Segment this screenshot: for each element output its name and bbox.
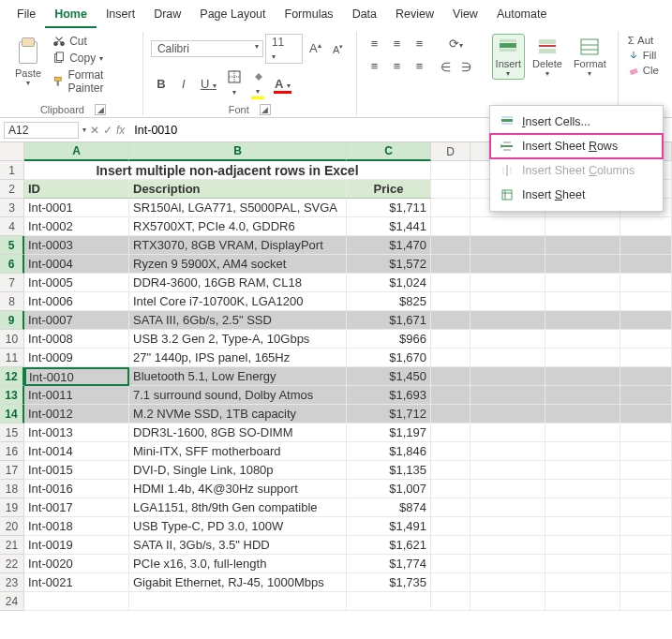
empty-cell[interactable] xyxy=(620,461,672,480)
cell-desc[interactable]: USB 3.2 Gen 2, Type-A, 10Gbps xyxy=(129,330,347,349)
row-header-15[interactable]: 15 xyxy=(0,424,24,442)
tab-view[interactable]: View xyxy=(443,4,487,28)
cell-price[interactable]: $1,712 xyxy=(347,405,431,424)
cell-id[interactable]: Int-0002 xyxy=(24,217,129,236)
font-name-select[interactable]: Calibri ▾ xyxy=(151,40,263,57)
empty-cell[interactable] xyxy=(620,217,672,236)
empty-cell[interactable] xyxy=(431,555,470,573)
name-box-dropdown[interactable]: ▾ xyxy=(82,126,86,134)
cell-price[interactable]: $1,711 xyxy=(347,199,431,217)
borders-button[interactable]: ▾ xyxy=(223,67,246,100)
empty-cell[interactable] xyxy=(545,424,620,442)
row-header-16[interactable]: 16 xyxy=(0,442,24,461)
row-header-18[interactable]: 18 xyxy=(0,480,24,498)
row-header-22[interactable]: 22 xyxy=(0,555,24,573)
empty-cell[interactable] xyxy=(620,555,672,573)
accept-formula-icon[interactable]: ✓ xyxy=(103,124,112,137)
empty-cell[interactable] xyxy=(431,367,470,386)
cell-price[interactable]: $1,671 xyxy=(347,311,431,330)
row-header-11[interactable]: 11 xyxy=(0,349,24,367)
empty-cell[interactable] xyxy=(620,236,672,255)
cell-desc[interactable] xyxy=(129,592,347,611)
tab-file[interactable]: File xyxy=(7,4,45,28)
tab-formulas[interactable]: Formulas xyxy=(276,4,343,28)
cell-id[interactable]: Int-0007 xyxy=(24,311,129,330)
tab-data[interactable]: Data xyxy=(343,4,386,28)
empty-cell[interactable] xyxy=(431,405,470,424)
empty-cell[interactable] xyxy=(545,311,620,330)
cell-price[interactable]: $1,491 xyxy=(347,517,431,536)
increase-font-button[interactable]: A▴ xyxy=(305,38,326,58)
empty-cell[interactable] xyxy=(431,292,470,311)
empty-cell[interactable] xyxy=(620,573,672,592)
empty-cell[interactable] xyxy=(470,592,545,611)
empty-cell[interactable] xyxy=(431,217,470,236)
cell-id[interactable]: Int-0014 xyxy=(24,442,129,461)
font-launcher[interactable]: ◢ xyxy=(260,104,271,115)
empty-cell[interactable] xyxy=(431,573,470,592)
cancel-formula-icon[interactable]: ✕ xyxy=(90,124,99,137)
empty-cell[interactable] xyxy=(431,274,470,292)
cell-id[interactable] xyxy=(24,592,129,611)
empty-cell[interactable] xyxy=(431,498,470,517)
cell-desc[interactable]: USB Type-C, PD 3.0, 100W xyxy=(129,517,347,536)
empty-cell[interactable] xyxy=(431,161,470,180)
empty-cell[interactable] xyxy=(545,555,620,573)
insert-button[interactable]: Insert ▾ xyxy=(492,34,526,80)
empty-cell[interactable] xyxy=(545,255,620,274)
cell-price[interactable]: $1,197 xyxy=(347,424,431,442)
empty-cell[interactable] xyxy=(620,405,672,424)
format-button[interactable]: Format ▾ xyxy=(570,34,610,80)
align-top-button[interactable]: ≡ xyxy=(365,34,385,54)
row-header-21[interactable]: 21 xyxy=(0,536,24,555)
cell-desc[interactable]: LGA1151, 8th/9th Gen compatible xyxy=(129,498,347,517)
row-header-14[interactable]: 14 xyxy=(0,405,24,424)
cell-desc[interactable]: HDMI 1.4b, 4K@30Hz support xyxy=(129,480,347,498)
underline-button[interactable]: U ▾ xyxy=(196,74,221,94)
cell-price[interactable]: $1,441 xyxy=(347,217,431,236)
empty-cell[interactable] xyxy=(431,536,470,555)
empty-cell[interactable] xyxy=(620,498,672,517)
empty-cell[interactable] xyxy=(470,536,545,555)
empty-cell[interactable] xyxy=(470,292,545,311)
cell-desc[interactable]: M.2 NVMe SSD, 1TB capacity xyxy=(129,405,347,424)
cell-price[interactable]: $1,572 xyxy=(347,255,431,274)
row-header-8[interactable]: 8 xyxy=(0,292,24,311)
font-size-select[interactable]: 11 ▾ xyxy=(265,34,303,64)
empty-cell[interactable] xyxy=(545,592,620,611)
tab-page-layout[interactable]: Page Layout xyxy=(190,4,275,28)
cell-desc[interactable]: SATA II, 3Gb/s, 3.5" HDD xyxy=(129,536,347,555)
empty-cell[interactable] xyxy=(431,442,470,461)
row-header-20[interactable]: 20 xyxy=(0,517,24,536)
empty-cell[interactable] xyxy=(620,292,672,311)
format-painter-button[interactable]: Format Painter xyxy=(51,67,135,96)
cell-id[interactable]: Int-0005 xyxy=(24,274,129,292)
cell-id[interactable]: Int-0008 xyxy=(24,330,129,349)
cell-desc[interactable]: DVI-D, Single Link, 1080p xyxy=(129,461,347,480)
column-header-D[interactable]: D xyxy=(431,142,470,161)
row-header-19[interactable]: 19 xyxy=(0,498,24,517)
align-middle-button[interactable]: ≡ xyxy=(387,34,408,54)
menu-insert-sheet-rows[interactable]: Insert Sheet Rows xyxy=(490,134,663,158)
cell-id[interactable]: Int-0006 xyxy=(24,292,129,311)
cell-price[interactable]: $1,621 xyxy=(347,536,431,555)
empty-cell[interactable] xyxy=(545,498,620,517)
cell-id[interactable]: Int-0020 xyxy=(24,555,129,573)
cell-desc[interactable]: Mini-ITX, SFF motherboard xyxy=(129,442,347,461)
cell-price[interactable]: $1,670 xyxy=(347,349,431,367)
cell-id[interactable]: Int-0018 xyxy=(24,517,129,536)
cell-desc[interactable]: SATA III, 6Gb/s, 2.5" SSD xyxy=(129,311,347,330)
cell-price[interactable]: $1,450 xyxy=(347,367,431,386)
empty-cell[interactable] xyxy=(470,442,545,461)
empty-cell[interactable] xyxy=(620,349,672,367)
cell-price[interactable]: $825 xyxy=(347,292,431,311)
empty-cell[interactable] xyxy=(545,536,620,555)
paste-button[interactable]: Paste ▾ xyxy=(11,34,45,91)
row-header-10[interactable]: 10 xyxy=(0,330,24,349)
cell-id[interactable]: Int-0011 xyxy=(24,386,129,405)
empty-cell[interactable] xyxy=(431,517,470,536)
bold-button[interactable]: B xyxy=(151,74,172,94)
tab-review[interactable]: Review xyxy=(386,4,443,28)
cell-desc[interactable]: PCIe x16, 3.0, full-length xyxy=(129,555,347,573)
orientation-button[interactable]: ⟳▾ xyxy=(436,34,477,53)
